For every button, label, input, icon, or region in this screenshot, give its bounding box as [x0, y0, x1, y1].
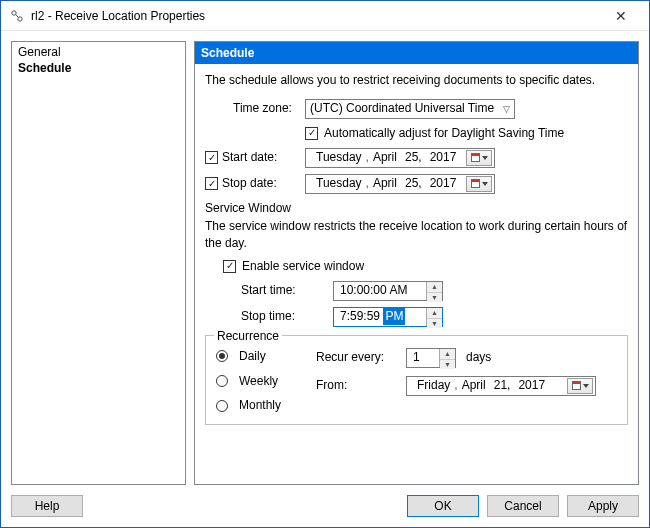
nav-list: General Schedule [11, 41, 186, 485]
service-window-title: Service Window [205, 200, 628, 217]
window-title: rl2 - Receive Location Properties [31, 9, 601, 23]
dialog-window: rl2 - Receive Location Properties ✕ Gene… [0, 0, 650, 528]
calendar-icon[interactable] [466, 176, 492, 192]
start-date-checkbox[interactable]: ✓ [205, 151, 218, 164]
start-date-picker[interactable]: Tuesday, April 25, 2017 [305, 148, 495, 168]
stop-time-picker[interactable]: 7:59:59 PM ▲▼ [333, 307, 443, 327]
app-icon [9, 8, 25, 24]
close-button[interactable]: ✕ [601, 2, 641, 30]
recur-every-input[interactable]: 1 ▲▼ [406, 348, 456, 368]
dialog-body: General Schedule Schedule The schedule a… [1, 31, 649, 527]
ok-button[interactable]: OK [407, 495, 479, 517]
recurrence-title: Recurrence [214, 328, 282, 345]
panel-body: The schedule allows you to restrict rece… [195, 64, 638, 433]
enable-service-window-label: Enable service window [242, 258, 364, 275]
timezone-label: Time zone: [205, 100, 305, 117]
spinner-icon[interactable]: ▲▼ [439, 349, 455, 367]
settings-panel: Schedule The schedule allows you to rest… [194, 41, 639, 485]
stop-date-label: Stop date: [222, 175, 277, 192]
start-date-label: Start date: [222, 149, 277, 166]
cancel-button[interactable]: Cancel [487, 495, 559, 517]
nav-item-general[interactable]: General [12, 44, 185, 60]
apply-button[interactable]: Apply [567, 495, 639, 517]
schedule-description: The schedule allows you to restrict rece… [205, 72, 628, 89]
help-button[interactable]: Help [11, 495, 83, 517]
spinner-icon[interactable]: ▲▼ [426, 282, 442, 300]
svg-line-2 [16, 14, 19, 17]
start-time-picker[interactable]: 10:00:00 AM ▲▼ [333, 281, 443, 301]
enable-service-window-checkbox[interactable]: ✓ [223, 260, 236, 273]
auto-dst-checkbox[interactable]: ✓ [305, 127, 318, 140]
calendar-icon[interactable] [567, 378, 593, 394]
stop-time-ampm[interactable]: PM [383, 308, 405, 325]
chevron-down-icon: ▽ [503, 103, 510, 116]
recur-every-label: Recur every: [316, 349, 396, 366]
panel-header: Schedule [195, 42, 638, 64]
service-window-description: The service window restricts the receive… [205, 218, 628, 252]
timezone-dropdown[interactable]: (UTC) Coordinated Universal Time ▽ [305, 99, 515, 119]
recur-from-picker[interactable]: Friday, April 21, 2017 [406, 376, 596, 396]
stop-date-checkbox[interactable]: ✓ [205, 177, 218, 190]
timezone-value: (UTC) Coordinated Universal Time [310, 100, 494, 117]
recur-from-label: From: [316, 377, 396, 394]
recurrence-daily-radio[interactable] [216, 350, 228, 362]
stop-date-picker[interactable]: Tuesday, April 25, 2017 [305, 174, 495, 194]
recur-unit: days [466, 349, 491, 366]
recurrence-weekly-radio[interactable] [216, 375, 228, 387]
footer: Help OK Cancel Apply [11, 485, 639, 517]
spinner-icon[interactable]: ▲▼ [426, 308, 442, 326]
main-area: General Schedule Schedule The schedule a… [11, 41, 639, 485]
recurrence-group: Recurrence Daily Weekly Monthly Recur ev… [205, 335, 628, 425]
nav-item-schedule[interactable]: Schedule [12, 60, 185, 76]
auto-dst-label: Automatically adjust for Daylight Saving… [324, 125, 564, 142]
stop-time-label: Stop time: [241, 308, 333, 325]
recurrence-monthly-radio[interactable] [216, 400, 228, 412]
titlebar: rl2 - Receive Location Properties ✕ [1, 1, 649, 31]
start-time-label: Start time: [241, 282, 333, 299]
calendar-icon[interactable] [466, 150, 492, 166]
